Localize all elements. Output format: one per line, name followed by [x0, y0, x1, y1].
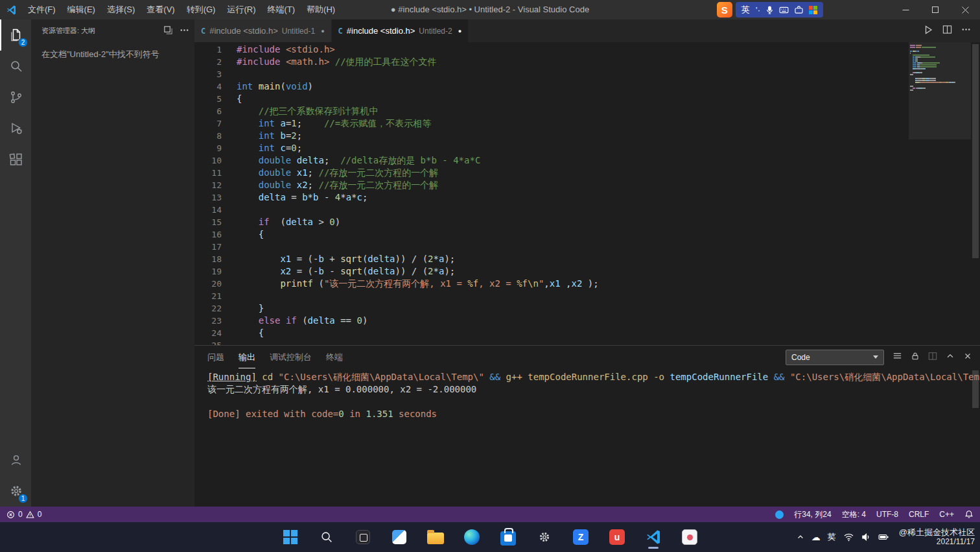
ime-punctuation-toggle[interactable]: ’· — [756, 5, 760, 15]
code-line[interactable]: 24 { — [194, 327, 902, 339]
start-button[interactable] — [277, 524, 303, 550]
menu-item-run[interactable]: 运行(R) — [221, 0, 261, 19]
cursor-position-status[interactable]: 行34, 列24 — [794, 509, 831, 520]
accounts-activity-button[interactable] — [0, 444, 31, 475]
code-line[interactable]: 20 printf ("该一元二次方程有两个解, x1 = %f, x2 = %… — [194, 278, 902, 290]
file-explorer-button[interactable] — [423, 524, 449, 550]
editor-more-actions-button[interactable] — [961, 25, 971, 37]
maximize-panel-button[interactable] — [946, 352, 955, 363]
volume-icon[interactable] — [861, 533, 871, 542]
z-app-button[interactable]: Z — [568, 524, 594, 550]
modified-dot-icon[interactable]: ● — [321, 28, 324, 34]
output-line[interactable]: [Done] exited with code=0 in 1.351 secon… — [207, 408, 980, 420]
code-line[interactable]: 7 int a=1; //=表示赋值，不表示相等 — [194, 117, 902, 130]
code-line[interactable]: 6 //把三个系数保存到计算机中 — [194, 105, 902, 117]
code-line[interactable]: 19 x2 = (-b - sqrt(delta)) / (2*a); — [194, 265, 902, 278]
screen-recorder-app-button[interactable] — [677, 524, 703, 550]
code-line[interactable]: 9 int c=0; — [194, 142, 902, 154]
microphone-icon[interactable] — [766, 6, 773, 14]
menu-item-help[interactable]: 帮助(H) — [301, 0, 341, 19]
ime-tray-icon[interactable]: 荬 — [828, 531, 836, 543]
ime-lang-toggle[interactable]: 英 — [741, 4, 750, 16]
vscode-app-button[interactable] — [640, 524, 666, 550]
code-line[interactable]: 15 if (delta > 0) — [194, 216, 902, 228]
language-mode-status[interactable]: C++ — [939, 510, 954, 519]
code-line[interactable]: 13 delta = b*b - 4*a*c; — [194, 191, 902, 204]
code-line[interactable]: 18 x1 = (-b + sqrt(delta)) / (2*a); — [194, 253, 902, 265]
menu-item-go[interactable]: 转到(G) — [181, 0, 222, 19]
red-app-button[interactable]: u — [604, 524, 630, 550]
menu-item-view[interactable]: 查看(V) — [141, 0, 180, 19]
panel-scrollbar-thumb[interactable] — [972, 370, 979, 408]
notifications-bell-button[interactable] — [964, 510, 974, 519]
menu-item-edit[interactable]: 编辑(E) — [62, 0, 101, 19]
close-button[interactable] — [950, 0, 980, 19]
code-line[interactable]: 22 } — [194, 302, 902, 315]
sogou-logo-icon[interactable]: S — [717, 2, 732, 18]
wifi-icon[interactable] — [843, 533, 854, 542]
source-control-activity-button[interactable] — [0, 82, 31, 113]
clock-area[interactable]: @稀土掘金技术社区 2021/11/17 — [899, 527, 975, 547]
code-line[interactable]: 17 — [194, 241, 902, 253]
ime-apps-grid-icon[interactable] — [809, 6, 817, 14]
menu-item-terminal[interactable]: 终端(T) — [261, 0, 301, 19]
code-line[interactable]: 23 else if (delta == 0) — [194, 315, 902, 327]
minimize-button[interactable] — [891, 0, 920, 19]
keyboard-icon[interactable] — [779, 6, 789, 14]
microsoft-store-button[interactable] — [495, 524, 521, 550]
scroll-lock-button[interactable] — [911, 352, 920, 363]
tray-expand-button[interactable] — [797, 533, 804, 541]
widgets-button[interactable] — [386, 524, 412, 550]
output-console[interactable]: [Running] cd "C:\Users\硝化细菌\AppData\Loca… — [194, 368, 980, 507]
modified-dot-icon[interactable]: ● — [458, 28, 461, 34]
toolbox-icon[interactable] — [795, 6, 803, 14]
output-channel-select[interactable]: Code — [786, 350, 884, 365]
search-activity-button[interactable] — [0, 51, 31, 82]
task-view-button[interactable] — [350, 524, 376, 550]
editor-scrollbar-thumb[interactable] — [972, 44, 979, 258]
code-line[interactable]: 21 — [194, 290, 902, 302]
eol-status[interactable]: CRLF — [909, 510, 929, 519]
ime-toolbar[interactable]: S 英 ’· — [717, 2, 823, 18]
minimap[interactable] — [910, 45, 970, 93]
editor-scrollbar[interactable] — [971, 42, 980, 345]
edge-button[interactable] — [459, 524, 485, 550]
indentation-status[interactable]: 空格: 4 — [842, 509, 866, 520]
panel-tab-debug-console[interactable]: 调试控制台 — [270, 346, 312, 368]
code-line[interactable]: 1#include <stdio.h> — [194, 43, 902, 56]
code-line[interactable]: 25 — [194, 339, 902, 345]
taskbar-search-button[interactable] — [314, 524, 340, 550]
split-view-icon[interactable] — [163, 25, 173, 36]
output-line[interactable] — [207, 396, 980, 408]
panel-tab-problems[interactable]: 问题 — [207, 346, 224, 368]
cloud-tray-icon[interactable]: ☁ — [811, 533, 821, 542]
code-editor[interactable]: 1#include <stdio.h>2#include <math.h> //… — [194, 42, 980, 345]
split-panel-button[interactable] — [928, 352, 937, 363]
extensions-activity-button[interactable] — [0, 144, 31, 175]
code-line[interactable]: 11 double x1; //存放一元二次方程的一个解 — [194, 167, 902, 179]
panel-tab-output[interactable]: 输出 — [239, 346, 255, 368]
menu-item-selection[interactable]: 选择(S) — [101, 0, 141, 19]
panel-tab-terminal[interactable]: 终端 — [326, 346, 343, 368]
code-line[interactable]: 12 double x2; //存放一元二次方程的一个解 — [194, 179, 902, 191]
output-line[interactable]: [Running] cd "C:\Users\硝化细菌\AppData\Loca… — [207, 371, 980, 383]
code-line[interactable]: 5{ — [194, 93, 902, 105]
code-line[interactable]: 2#include <math.h> //使用的工具在这个文件 — [194, 56, 902, 68]
maximize-button[interactable] — [920, 0, 950, 19]
output-line[interactable]: 该一元二次方程有两个解, x1 = 0.000000, x2 = -2.0000… — [207, 383, 980, 396]
code-line[interactable]: 14 — [194, 204, 902, 216]
editor-tab-untitled-2[interactable]: C#include <stdio.h>Untitled-2● — [332, 19, 469, 42]
explorer-activity-button[interactable]: 2 — [0, 19, 31, 51]
editor-tab-untitled-1[interactable]: C#include <stdio.h>Untitled-1● — [194, 19, 332, 42]
code-line[interactable]: 10 double delta; //delta存放的是 b*b - 4*a*C — [194, 154, 902, 167]
run-debug-activity-button[interactable] — [0, 113, 31, 144]
code-line[interactable]: 4int main(void) — [194, 80, 902, 93]
run-code-button[interactable] — [923, 25, 933, 38]
output-filter-button[interactable] — [892, 351, 902, 363]
more-actions-icon[interactable] — [180, 25, 189, 36]
problems-status[interactable]: 0 0 — [6, 510, 41, 519]
close-panel-button[interactable] — [963, 352, 972, 363]
menu-item-file[interactable]: 文件(F) — [22, 0, 62, 19]
feedback-status-icon[interactable] — [775, 510, 784, 519]
settings-app-button[interactable] — [531, 524, 557, 550]
